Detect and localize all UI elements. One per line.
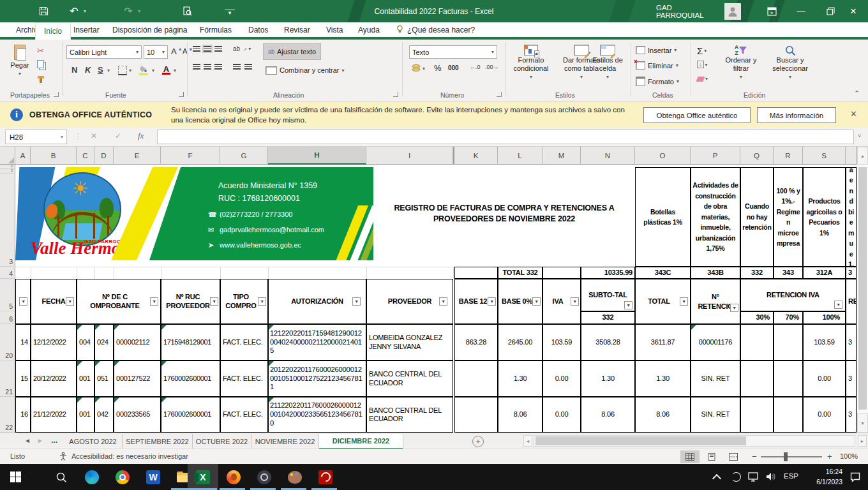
redo-icon[interactable]: ↷ bbox=[121, 0, 135, 22]
start-button[interactable] bbox=[0, 464, 31, 490]
header-comprobante[interactable]: Nº DE C OMPROBANTE▼ bbox=[77, 279, 161, 324]
cell-base0[interactable]: 2645.00 bbox=[498, 324, 542, 360]
column-header-h-selected[interactable]: H bbox=[268, 147, 366, 165]
taskbar-firefox-icon[interactable] bbox=[218, 464, 249, 490]
cell-k4[interactable] bbox=[454, 267, 498, 279]
underline-dropdown-icon[interactable]: ▾ bbox=[107, 68, 110, 73]
column-header-d[interactable]: D bbox=[94, 147, 114, 165]
column-header-n[interactable]: N bbox=[581, 147, 635, 165]
header-iva[interactable]: IVA▼ bbox=[542, 279, 581, 324]
filter-icon[interactable]: ▼ bbox=[532, 297, 541, 306]
cell-ret70[interactable] bbox=[774, 324, 803, 360]
filter-icon[interactable]: ▼ bbox=[19, 297, 27, 306]
percent-style-button[interactable]: % bbox=[434, 63, 442, 73]
decrease-font-icon[interactable]: A▼ bbox=[183, 47, 193, 55]
cell-332[interactable]: 332 bbox=[740, 267, 774, 279]
undo-dropdown-icon[interactable]: ▾ bbox=[81, 0, 89, 22]
cell-tipo[interactable]: FACT. ELEC. bbox=[220, 360, 268, 397]
tax-cell-microempresa[interactable]: 100 % y 1%.- Regimen microempresa bbox=[774, 167, 803, 267]
cell-proveedor[interactable]: BANCO CENTRAL DEL ECUADOR bbox=[366, 360, 453, 397]
cell-ret30[interactable] bbox=[740, 397, 774, 433]
cell-ret30[interactable] bbox=[740, 324, 774, 360]
taskbar-acrobat-icon[interactable] bbox=[310, 464, 341, 490]
header-total[interactable]: TOTAL▼ bbox=[635, 279, 691, 324]
taskbar-edge-icon[interactable] bbox=[77, 464, 107, 490]
header-base12[interactable]: BASE 12▼ bbox=[454, 279, 498, 324]
header-subtotal-code[interactable]: 332 bbox=[581, 311, 635, 324]
cell-index[interactable]: 14 bbox=[15, 324, 31, 360]
filter-icon[interactable]: ▼ bbox=[680, 297, 688, 306]
number-format-combobox[interactable]: Texto▾ bbox=[409, 45, 497, 59]
column-header-p[interactable]: P bbox=[691, 147, 740, 165]
header-30[interactable]: 30% bbox=[740, 311, 774, 324]
filter-icon[interactable]: ▼ bbox=[571, 297, 579, 306]
insert-cells-button[interactable]: Insertar▾ bbox=[636, 46, 677, 54]
cell-base12[interactable] bbox=[454, 397, 498, 433]
copy-button[interactable] bbox=[37, 60, 44, 68]
filter-icon[interactable]: ▼ bbox=[624, 301, 632, 309]
tray-sync-icon[interactable] bbox=[731, 472, 741, 482]
cell-proveedor[interactable]: LOMBEIDA GONZALEZ JENNY SILVANA bbox=[366, 324, 453, 360]
column-header-k[interactable]: K bbox=[454, 147, 498, 165]
column-header-b[interactable]: B bbox=[31, 147, 77, 165]
cell-343c[interactable]: 343C bbox=[635, 267, 691, 279]
cell-ruc[interactable]: 1760002600001 bbox=[161, 360, 220, 397]
vertical-scroll-thumb[interactable] bbox=[858, 167, 867, 410]
column-header-i[interactable]: I bbox=[366, 147, 453, 165]
row-header-5[interactable]: 5 bbox=[0, 279, 15, 311]
sheet-tab-noviembre[interactable]: NOVIEMBRE 2022 bbox=[251, 434, 319, 449]
header-t-clipped[interactable]: RE bbox=[846, 279, 857, 324]
filter-icon[interactable]: ▼ bbox=[730, 304, 738, 312]
increase-decimal-icon[interactable]: ←.0 bbox=[470, 64, 481, 70]
cell-iva[interactable]: 0.00 bbox=[542, 397, 581, 433]
merge-center-button[interactable]: Combinar y centrar ▾ bbox=[263, 63, 347, 78]
avatar[interactable] bbox=[724, 0, 742, 22]
cell-comprobante[interactable]: 000002112 bbox=[114, 324, 161, 360]
fill-icon[interactable]: ↓▾ bbox=[697, 61, 708, 68]
enter-icon[interactable]: ✓ bbox=[115, 131, 121, 140]
align-dialog-launcher[interactable] bbox=[393, 92, 398, 97]
font-size-combobox[interactable]: 10▾ bbox=[144, 45, 168, 59]
close-button[interactable]: × bbox=[839, 0, 868, 22]
cell-base12[interactable] bbox=[454, 360, 498, 397]
underline-button[interactable]: S bbox=[98, 65, 103, 75]
tab-vista[interactable]: Vista bbox=[318, 22, 351, 37]
taskbar-word-icon[interactable]: W bbox=[138, 464, 168, 490]
cell-subtotal[interactable]: 3508.28 bbox=[581, 324, 635, 360]
quick-access-customize-icon[interactable]: ▾ bbox=[225, 10, 235, 15]
zoom-out-icon[interactable]: − bbox=[752, 452, 757, 461]
scroll-down-icon[interactable]: ▼ bbox=[857, 413, 868, 433]
filter-icon[interactable]: ▼ bbox=[150, 297, 158, 306]
cell-tipo[interactable]: FACT. ELEC. bbox=[220, 397, 268, 433]
italic-button[interactable]: K bbox=[85, 65, 91, 75]
header-blank[interactable]: ▼ bbox=[15, 279, 31, 324]
sort-filter-button[interactable]: AZ Ordenar y filtrar ▾ bbox=[720, 45, 762, 81]
cell-total[interactable]: 8.06 bbox=[635, 397, 691, 433]
conditional-formatting-button[interactable]: ≠ Formato condicional ▾ bbox=[511, 45, 551, 81]
column-header-e[interactable]: E bbox=[114, 147, 161, 165]
tax-cell-agricolas[interactable]: Productos agricoilas o Pecuarios 1% bbox=[803, 167, 846, 267]
font-color-dropdown-icon[interactable]: ▾ bbox=[174, 68, 176, 73]
font-dialog-launcher[interactable] bbox=[179, 92, 184, 97]
cell-ret30[interactable] bbox=[740, 360, 774, 397]
undo-icon[interactable]: ↶ bbox=[67, 0, 81, 22]
view-page-layout-button[interactable] bbox=[702, 450, 721, 463]
cell-tipo[interactable]: FACT. ELEC. bbox=[220, 324, 268, 360]
view-normal-button[interactable] bbox=[680, 450, 700, 463]
tray-display-icon[interactable] bbox=[748, 472, 760, 482]
cell-num-retencion[interactable]: SIN. RET bbox=[691, 397, 740, 433]
tab-datos[interactable]: Datos bbox=[240, 22, 276, 37]
row-header-6[interactable]: 6 bbox=[0, 311, 15, 324]
cell-serie1[interactable]: 001 bbox=[77, 360, 94, 397]
decrease-decimal-icon[interactable]: .00→ bbox=[485, 64, 499, 70]
cell-autorizacion[interactable]: 2112202201176000260000120010420002335651… bbox=[268, 397, 366, 433]
print-preview-icon[interactable] bbox=[179, 0, 195, 22]
format-cells-button[interactable]: Formato▾ bbox=[636, 77, 679, 86]
zoom-slider-track[interactable] bbox=[761, 456, 822, 457]
tell-me-search[interactable]: ¿Qué desea hacer? bbox=[388, 22, 483, 37]
name-box-dropdown-icon[interactable]: ▾ bbox=[61, 134, 63, 140]
account-name[interactable]: GAD PARROQUIAL bbox=[656, 0, 720, 22]
taskbar-gimp-icon[interactable] bbox=[280, 464, 310, 490]
cell-num-retencion[interactable]: SIN. RET bbox=[691, 360, 740, 397]
cell-serie1[interactable]: 001 bbox=[77, 397, 94, 433]
